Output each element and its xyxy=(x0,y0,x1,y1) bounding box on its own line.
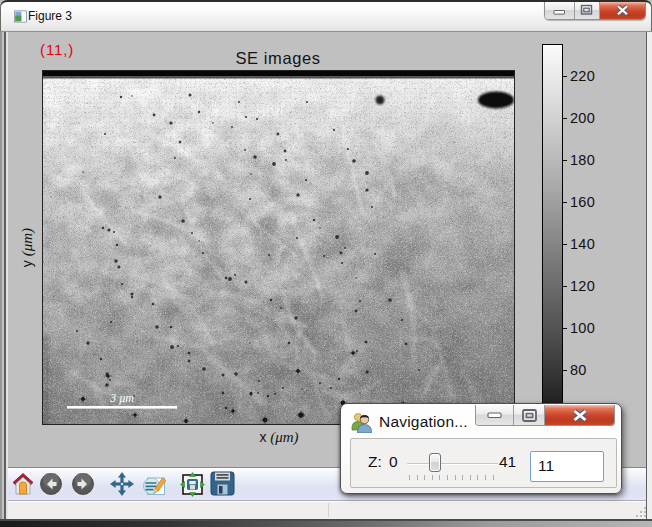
svg-text:3 μm: 3 μm xyxy=(109,391,134,405)
